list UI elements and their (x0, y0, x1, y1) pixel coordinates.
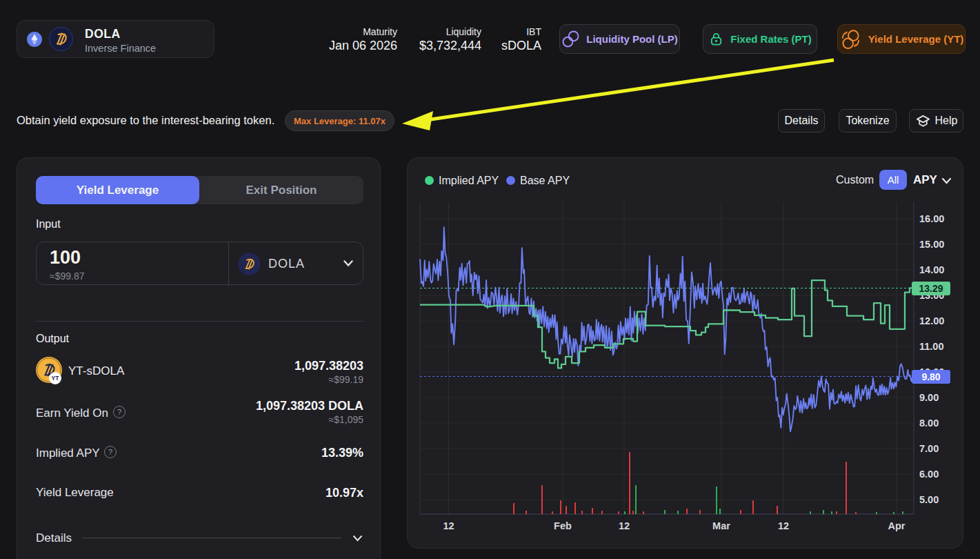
svg-text:12: 12 (443, 520, 454, 531)
svg-text:9.80: 9.80 (921, 371, 940, 382)
svg-text:9.00: 9.00 (919, 392, 939, 403)
svg-text:12: 12 (619, 520, 630, 531)
svg-text:5.00: 5.00 (919, 494, 939, 505)
svg-text:Apr: Apr (888, 520, 906, 531)
svg-text:6.00: 6.00 (919, 469, 939, 480)
svg-text:15.00: 15.00 (919, 239, 944, 250)
svg-text:7.00: 7.00 (919, 443, 939, 454)
svg-text:13.29: 13.29 (919, 283, 943, 294)
svg-text:11.00: 11.00 (919, 341, 944, 352)
svg-text:14.00: 14.00 (919, 264, 944, 275)
svg-text:Mar: Mar (712, 520, 730, 531)
svg-text:12.00: 12.00 (919, 315, 944, 326)
svg-text:16.00: 16.00 (919, 213, 944, 224)
svg-text:8.00: 8.00 (919, 418, 939, 429)
svg-text:Feb: Feb (554, 520, 572, 531)
svg-text:12: 12 (778, 520, 789, 531)
